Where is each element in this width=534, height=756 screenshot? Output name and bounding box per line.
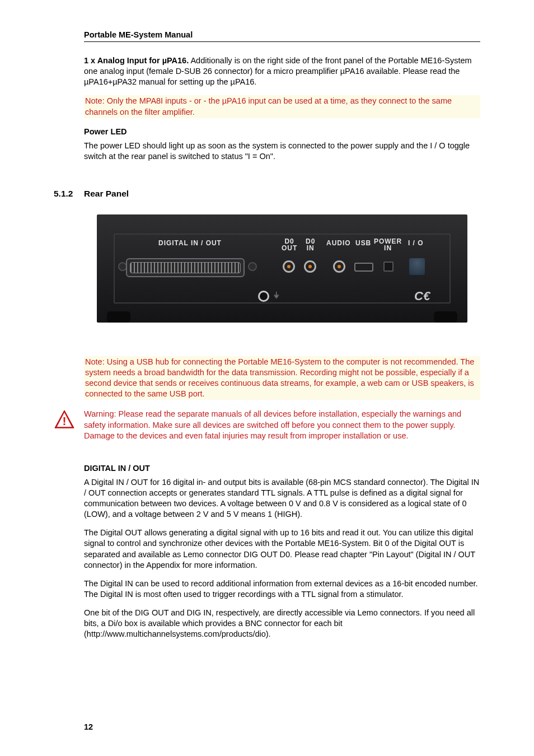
power-in-jack bbox=[383, 262, 394, 272]
ground-symbol: ⏚ bbox=[274, 290, 279, 300]
digital-io-p1: A Digital IN / OUT for 16 digital in- an… bbox=[84, 477, 480, 520]
warning-icon: ! bbox=[54, 409, 75, 430]
svg-text:!: ! bbox=[63, 414, 67, 427]
page: Portable ME-System Manual 1 x Analog Inp… bbox=[0, 0, 534, 756]
warning-row: ! Warning: Please read the separate manu… bbox=[54, 409, 480, 441]
analog-input-lead: 1 x Analog Input for µPA16. bbox=[84, 56, 189, 65]
digital-io-section: DIGITAL IN / OUT A Digital IN / OUT for … bbox=[84, 464, 480, 640]
ce-mark: C€ bbox=[414, 289, 430, 304]
digital-io-heading: DIGITAL IN / OUT bbox=[84, 464, 480, 473]
rear-panel-parts: ⏚ C€ bbox=[97, 214, 467, 323]
screw-right bbox=[248, 262, 257, 271]
note-usb-hub: Note: Using a USB hub for connecting the… bbox=[84, 356, 480, 400]
power-led-heading: Power LED bbox=[84, 127, 480, 136]
rear-panel-photo: DIGITAL IN / OUT D0OUT D0IN AUDIO USB PO… bbox=[97, 214, 467, 323]
lemo-d0-in bbox=[304, 260, 316, 273]
note-mpa8i: Note: Only the MPA8I inputs - or - the µ… bbox=[84, 95, 480, 118]
section-number: 5.1.2 bbox=[54, 189, 84, 199]
usb-port bbox=[354, 263, 373, 272]
digital-io-p3: The Digital IN can be used to record add… bbox=[84, 578, 480, 600]
analog-input-paragraph: 1 x Analog Input for µPA16. Additionally… bbox=[84, 55, 480, 87]
digital-in-out-connector bbox=[126, 258, 245, 277]
io-toggle-switch bbox=[409, 258, 425, 275]
digital-io-p4: One bit of the DIG OUT and DIG IN, respe… bbox=[84, 608, 480, 640]
ground-terminal bbox=[258, 291, 269, 302]
power-led-paragraph: The power LED should light up as soon as… bbox=[84, 141, 480, 162]
lemo-d0-out bbox=[283, 260, 295, 273]
page-number: 12 bbox=[84, 722, 93, 731]
warning-text: Warning: Please read the separate manual… bbox=[84, 409, 480, 441]
section-content: DIGITAL IN / OUT D0OUT D0IN AUDIO USB PO… bbox=[84, 214, 480, 400]
body-content: 1 x Analog Input for µPA16. Additionally… bbox=[84, 55, 480, 162]
audio-jack bbox=[333, 260, 345, 273]
digital-io-p2: The Digital OUT allows generating a digi… bbox=[84, 528, 480, 571]
running-head: Portable ME-System Manual bbox=[84, 30, 480, 42]
section-heading-row: 5.1.2 Rear Panel bbox=[54, 189, 480, 199]
section-title: Rear Panel bbox=[84, 189, 129, 199]
